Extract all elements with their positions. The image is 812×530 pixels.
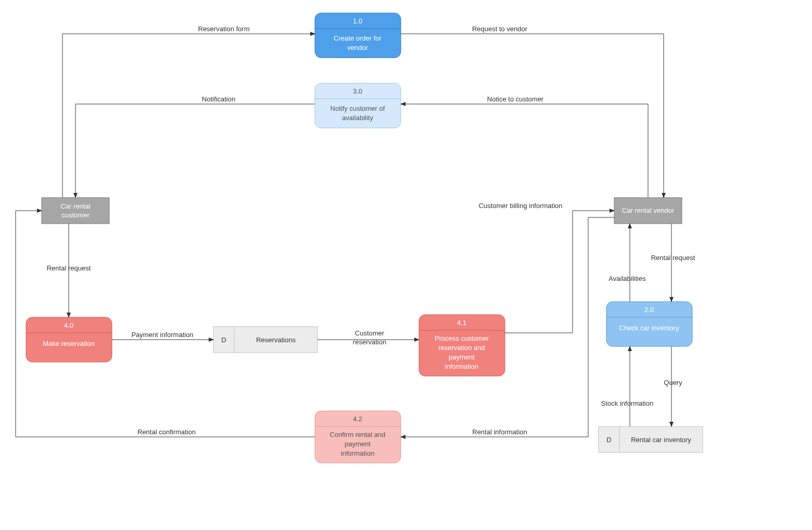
process-4-1-l2: reservation and <box>438 344 485 352</box>
process-4-0-num: 4.0 <box>64 321 73 329</box>
process-2-0-label1: Check car inventory <box>619 324 679 332</box>
process-4-2-l3: information <box>341 449 374 457</box>
datastore-inventory-label: Rental car inventory <box>631 436 691 444</box>
process-4-0[interactable]: 4.0 Make reservation <box>26 317 112 362</box>
flow-payment-information-label: Payment information <box>131 331 193 339</box>
process-4-2-l1: Confirm rental and <box>330 431 386 438</box>
process-3-0-label1: Notify customer of <box>331 105 385 112</box>
flow-notice-to-customer-label: Notice to customer <box>487 95 544 103</box>
process-4-1-l4: information <box>445 363 478 370</box>
process-3-0-num: 3.0 <box>353 87 362 95</box>
flow-customer-reservation-l2: reservation <box>353 338 386 346</box>
entity-vendor[interactable]: Car rental vendor <box>614 198 682 224</box>
flow-query-label: Query <box>664 379 682 386</box>
process-4-2[interactable]: 4.2 Confirm rental and payment informati… <box>315 411 401 463</box>
flow-notification <box>75 104 315 198</box>
flow-notice-to-customer <box>401 104 648 198</box>
datastore-reservations-label: Reservations <box>256 336 296 344</box>
flow-customer-billing-label: Customer billing information <box>478 202 562 210</box>
flow-customer-billing <box>505 211 614 333</box>
process-4-1-l3: payment <box>449 353 475 361</box>
process-2-0-num: 2.0 <box>644 306 654 314</box>
datastore-reservations-tag: D <box>221 336 226 344</box>
process-4-1-l1: Process customer <box>435 334 489 342</box>
process-4-1-num: 4.1 <box>457 319 466 327</box>
flow-request-to-vendor-label: Request to vendor <box>472 25 528 33</box>
datastore-inventory-tag: D <box>606 436 611 444</box>
flow-rental-request-left-label: Rental request <box>47 264 91 272</box>
flow-stock-information-label: Stock information <box>601 399 653 407</box>
process-3-0-label2: availability <box>342 114 373 122</box>
process-3-0[interactable]: 3.0 Notify customer of availability <box>315 83 401 128</box>
entity-customer[interactable]: Car rental customer <box>42 198 109 224</box>
entity-customer-l2: customer <box>61 211 90 219</box>
process-1-0-num: 1.0 <box>353 17 362 25</box>
entity-customer-l1: Car rental <box>60 202 90 210</box>
flow-request-to-vendor <box>401 34 664 198</box>
process-1-0-label1: Create order for <box>334 34 382 42</box>
flow-rental-request-right-label: Rental request <box>651 254 695 262</box>
flow-rental-information-label: Rental information <box>472 428 527 436</box>
process-1-0-label2: vendor <box>347 44 368 51</box>
flow-rental-confirmation-label: Rental confirmation <box>137 428 196 436</box>
entity-vendor-l1: Car rental vendor <box>622 206 675 214</box>
datastore-inventory[interactable]: D Rental car inventory <box>599 426 703 453</box>
flow-reservation-form-label: Reservation form <box>198 25 250 33</box>
svg-rect-13 <box>42 198 109 224</box>
flow-availabilities-label: Availabilities <box>608 275 646 282</box>
process-4-2-num: 4.2 <box>353 415 362 423</box>
flow-customer-reservation-l1: Customer <box>355 329 385 337</box>
process-4-2-l2: payment <box>345 440 371 448</box>
process-1-0[interactable]: 1.0 Create order for vendor <box>315 13 401 58</box>
process-4-1[interactable]: 4.1 Process customer reservation and pay… <box>419 315 505 376</box>
datastore-reservations[interactable]: D Reservations <box>213 327 318 353</box>
flow-reservation-form <box>62 34 315 198</box>
process-2-0[interactable]: 2.0 Check car inventory <box>606 302 692 346</box>
process-4-0-label1: Make reservation <box>43 340 95 347</box>
flow-notification-label: Notification <box>202 95 235 103</box>
